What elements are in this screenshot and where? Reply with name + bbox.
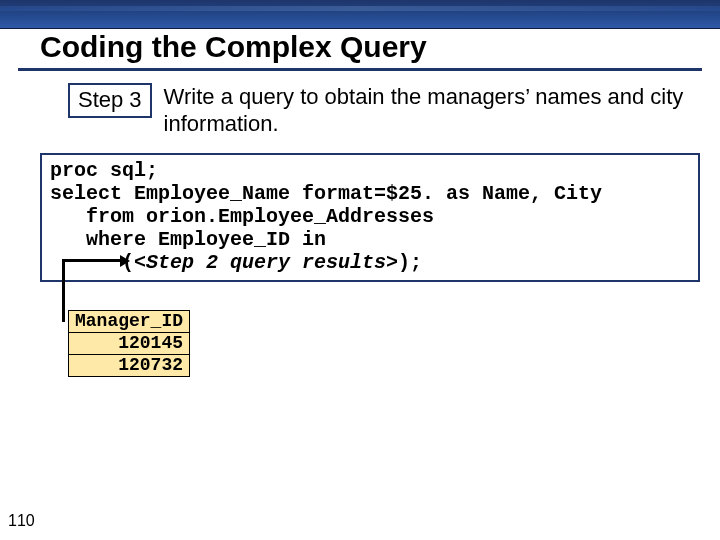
header-stripe: [0, 6, 720, 11]
code-block: proc sql; select Employee_Name format=$2…: [40, 153, 700, 282]
manager-id-table: Manager_ID 120145 120732: [68, 310, 190, 377]
step-badge: Step 3: [68, 83, 152, 118]
page-number: 110: [8, 512, 35, 530]
step-row: Step 3 Write a query to obtain the manag…: [68, 83, 684, 137]
code-line-4: where Employee_ID in: [50, 228, 326, 251]
code-line-3: from orion.Employee_Addresses: [50, 205, 434, 228]
table-row: 120732: [69, 355, 190, 377]
code-placeholder: <Step 2 query results>: [134, 251, 398, 274]
table-row: 120145: [69, 333, 190, 355]
table-header: Manager_ID: [69, 311, 190, 333]
step-description: Write a query to obtain the managers’ na…: [164, 83, 684, 137]
code-line-1: proc sql;: [50, 159, 158, 182]
header-banner: [0, 0, 720, 29]
title-underline: [18, 68, 702, 71]
slide-title: Coding the Complex Query: [40, 30, 427, 64]
code-line-5c: );: [398, 251, 422, 274]
code-line-2: select Employee_Name format=$25. as Name…: [50, 182, 602, 205]
code-line-5a: (: [50, 251, 134, 274]
